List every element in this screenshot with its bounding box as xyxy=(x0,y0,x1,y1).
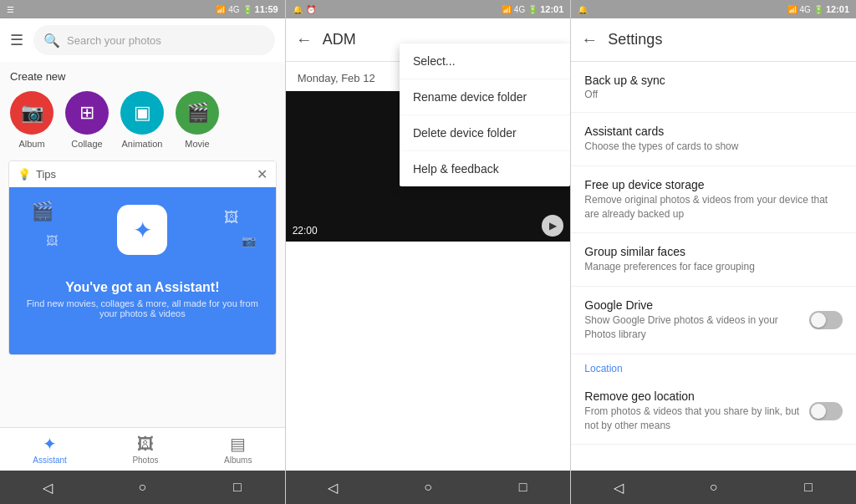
network-label-p3: 4G xyxy=(800,5,811,14)
float-icon-2: 🖼 xyxy=(46,234,58,247)
back-button[interactable]: ← xyxy=(296,30,313,49)
float-icon-4: 📷 xyxy=(242,234,256,247)
assistant-tab-icon: ✦ xyxy=(43,434,57,454)
setting-group-faces[interactable]: Group similar faces Manage preferences f… xyxy=(571,233,856,287)
adm-folder-panel: 🔔 ⏰ 📶 4G 🔋 12:01 ← ADM Monday, Feb 12 22… xyxy=(285,0,571,504)
home-nav-icon[interactable]: ○ xyxy=(134,479,150,496)
search-bar[interactable]: 🔍 Search your photos xyxy=(33,25,275,55)
dropdown-select[interactable]: Select... xyxy=(400,43,570,79)
free-storage-title: Free up device storage xyxy=(584,178,843,191)
back-nav-p3[interactable]: ◁ xyxy=(610,479,627,496)
main-content: Create new 📷 Album ⊞ Collage ▣ Animation… xyxy=(0,62,285,427)
video-time: 22:00 xyxy=(293,225,318,237)
movie-circle: 🎬 xyxy=(176,91,219,135)
adm-title: ADM xyxy=(323,31,356,48)
movie-label: Movie xyxy=(185,139,209,149)
google-drive-toggle[interactable] xyxy=(809,311,843,329)
settings-title: Settings xyxy=(608,31,662,48)
setting-google-drive: Google Drive Show Google Drive photos & … xyxy=(571,287,856,354)
setting-remove-geo: Remove geo location From photos & videos… xyxy=(571,378,856,445)
location-section-header: Location xyxy=(571,354,856,378)
tab-photos[interactable]: 🖼 Photos xyxy=(132,435,158,465)
setting-free-storage[interactable]: Free up device storage Remove original p… xyxy=(571,166,856,234)
create-animation[interactable]: ▣ Animation xyxy=(120,91,164,149)
network-label-p2: 4G xyxy=(514,5,525,14)
tips-header: 💡 Tips ✕ xyxy=(9,161,276,187)
settings-app-bar: ← Settings xyxy=(571,18,856,62)
signal-icon-p2: 📶 xyxy=(502,5,512,14)
tips-banner-icons: 🎬 🖼 ✦ 🖼 📷 xyxy=(23,201,262,267)
group-faces-title: Group similar faces xyxy=(584,245,843,258)
remove-geo-title: Remove geo location xyxy=(584,389,801,403)
play-button[interactable]: ▶ xyxy=(542,215,563,237)
assistant-cards-desc: Choose the types of cards to show xyxy=(584,140,843,154)
group-faces-desc: Manage preferences for face grouping xyxy=(584,260,843,274)
close-icon[interactable]: ✕ xyxy=(257,166,268,182)
collage-label: Collage xyxy=(71,139,102,149)
back-nav-p2[interactable]: ◁ xyxy=(324,479,341,496)
search-placeholder: Search your photos xyxy=(67,34,161,47)
settings-content: Back up & sync Off Assistant cards Choos… xyxy=(571,62,856,471)
float-icon-3: 🖼 xyxy=(224,209,239,227)
photos-tab-icon: 🖼 xyxy=(137,435,154,454)
clock-icon: ⏰ xyxy=(306,5,316,14)
time-display-p3: 12:01 xyxy=(826,4,849,14)
assistant-star-icon: ✦ xyxy=(133,216,152,244)
recents-nav-icon[interactable]: □ xyxy=(229,479,246,496)
remove-geo-desc: From photos & videos that you share by l… xyxy=(584,405,801,433)
assistant-bubble: ✦ xyxy=(117,205,167,255)
notification-icon-p3: 🔔 xyxy=(578,5,588,14)
status-bar-panel3: 🔔 📶 4G 🔋 12:01 xyxy=(571,0,856,18)
google-photos-panel: ☰ 📶 4G 🔋 11:59 ☰ 🔍 Search your photos Cr… xyxy=(0,0,285,504)
time-display: 11:59 xyxy=(255,4,278,14)
lightbulb-icon: 💡 xyxy=(18,168,31,181)
notification-icon-p2: 🔔 xyxy=(293,5,303,14)
google-drive-text: Google Drive Show Google Drive photos & … xyxy=(584,298,809,342)
album-label: Album xyxy=(18,139,44,149)
hamburger-icon[interactable]: ☰ xyxy=(10,31,23,49)
tab-albums[interactable]: ▤ Albums xyxy=(224,434,252,465)
animation-label: Animation xyxy=(122,139,163,149)
remove-geo-toggle[interactable] xyxy=(809,402,843,420)
nav-bar-panel1: ◁ ○ □ xyxy=(0,471,285,504)
float-icon-1: 🎬 xyxy=(31,201,54,222)
dropdown-rename[interactable]: Rename device folder xyxy=(400,79,570,115)
home-nav-p2[interactable]: ○ xyxy=(420,479,436,496)
remove-geo-text: Remove geo location From photos & videos… xyxy=(584,389,809,433)
network-label: 4G xyxy=(228,5,239,14)
create-collage[interactable]: ⊞ Collage xyxy=(65,91,109,149)
create-section: Create new 📷 Album ⊞ Collage ▣ Animation… xyxy=(0,62,285,154)
backup-sync-value: Off xyxy=(584,89,843,100)
dropdown-delete[interactable]: Delete device folder xyxy=(400,115,570,151)
tab-assistant[interactable]: ✦ Assistant xyxy=(33,434,67,465)
home-nav-p3[interactable]: ○ xyxy=(706,479,722,496)
tips-title: You've got an Assistant! xyxy=(65,280,219,295)
tips-banner: 🎬 🖼 ✦ 🖼 📷 You've got an Assistant! Find … xyxy=(9,187,276,354)
status-bar-panel2: 🔔 ⏰ 📶 4G 🔋 12:01 xyxy=(286,0,571,18)
settings-panel: 🔔 📶 4G 🔋 12:01 ← Settings Back up & sync… xyxy=(570,0,856,504)
create-album[interactable]: 📷 Album xyxy=(10,91,54,149)
create-items: 📷 Album ⊞ Collage ▣ Animation 🎬 Movie xyxy=(10,91,275,149)
top-bar: ☰ 🔍 Search your photos xyxy=(0,18,285,62)
tips-card: 💡 Tips ✕ 🎬 🖼 ✦ 🖼 📷 You've got an Assista… xyxy=(8,160,277,355)
create-label: Create new xyxy=(10,70,275,83)
signal-icon: 📶 xyxy=(216,5,226,14)
albums-tab-label: Albums xyxy=(224,456,252,465)
create-movie[interactable]: 🎬 Movie xyxy=(176,91,219,149)
dropdown-help[interactable]: Help & feedback xyxy=(400,151,570,186)
signal-icon-p3: 📶 xyxy=(787,5,797,14)
back-nav-icon[interactable]: ◁ xyxy=(39,479,56,496)
status-left-panel3: 🔔 xyxy=(578,5,588,14)
recents-nav-p3[interactable]: □ xyxy=(800,479,817,496)
status-left-panel2: 🔔 ⏰ xyxy=(293,5,316,14)
album-circle: 📷 xyxy=(10,91,54,135)
time-display-p2: 12:01 xyxy=(540,4,563,14)
setting-backup-sync[interactable]: Back up & sync Off xyxy=(571,62,856,113)
recents-nav-p2[interactable]: □ xyxy=(515,479,532,496)
settings-back-button[interactable]: ← xyxy=(581,30,598,49)
albums-tab-icon: ▤ xyxy=(230,434,246,454)
bottom-tabs: ✦ Assistant 🖼 Photos ▤ Albums xyxy=(0,427,285,471)
notification-icon: ☰ xyxy=(7,5,14,14)
setting-assistant-cards[interactable]: Assistant cards Choose the types of card… xyxy=(571,113,856,166)
nav-bar-panel2: ◁ ○ □ xyxy=(286,471,571,504)
